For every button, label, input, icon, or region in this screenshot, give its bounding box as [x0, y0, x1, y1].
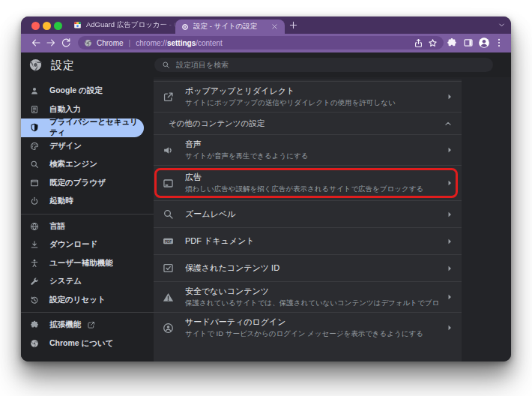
sidebar-item-label: 設定のリセット: [49, 295, 106, 305]
sidebar-item-label: 検索エンジン: [49, 159, 97, 170]
sidebar-item[interactable]: 起動時: [21, 192, 154, 211]
settings-row[interactable]: 安全でないコンテンツ保護されているサイトでは、保護されていないコンテンツはデフォ…: [154, 281, 462, 312]
sidebar-item-label: 自動入力: [49, 104, 81, 115]
minimize-window-button[interactable]: [43, 22, 51, 30]
settings-search-input[interactable]: 設定項目を検索: [154, 58, 493, 72]
reset-icon: [30, 296, 39, 304]
settings-row[interactable]: 保護されたコンテンツ ID: [154, 254, 462, 281]
page-title: 設定: [51, 58, 75, 73]
chevron-right-icon: [445, 237, 454, 246]
magnifier-icon: [163, 208, 174, 220]
profile-button[interactable]: [478, 37, 490, 49]
sidebar-item[interactable]: 自動入力: [21, 100, 154, 119]
puzzle-icon: [30, 320, 39, 329]
sidebar-item[interactable]: プライバシーとセキュリティ: [21, 118, 144, 137]
sidebar-item-label: 拡張機能: [49, 320, 81, 330]
sidebar-item-label: 言語: [49, 221, 65, 232]
row-subtitle: サイトが音声を再生できるようにする: [185, 152, 439, 160]
pdf-icon: PDF: [163, 236, 174, 247]
sidebar-item-label: デザイン: [49, 141, 82, 152]
sidebar-item-label: ダウンロード: [49, 239, 97, 250]
tab-title: 設定 - サイトの設定: [193, 22, 266, 32]
sidebar-item[interactable]: 既定のブラウザ: [21, 174, 154, 193]
chevron-right-icon: [445, 178, 454, 188]
tab-settings[interactable]: 設定 - サイトの設定: [175, 20, 285, 34]
row-title: 広告: [185, 172, 439, 182]
zoom-window-button[interactable]: [54, 22, 62, 30]
section-header-label: その他のコンテンツの設定: [169, 118, 444, 129]
sidebar-item[interactable]: ユーザー補助機能: [21, 254, 154, 273]
autofill-icon: [30, 105, 39, 114]
section-header[interactable]: その他のコンテンツの設定: [154, 112, 462, 134]
sidebar-item-label: 既定のブラウザ: [49, 178, 106, 188]
wrench-icon: [30, 277, 39, 286]
magnifier-icon: [30, 160, 39, 169]
row-text: PDF ドキュメント: [185, 236, 439, 246]
settings-main: ポップアップとリダイレクトサイトにポップアップの送信やリダイレクトの使用を許可し…: [154, 77, 511, 362]
row-text: 保護されたコンテンツ ID: [185, 263, 439, 273]
settings-row[interactable]: ポップアップとリダイレクトサイトにポップアップの送信やリダイレクトの使用を許可し…: [154, 81, 462, 112]
menu-button[interactable]: [494, 38, 504, 48]
row-text: 音声サイトが音声を再生できるようにする: [185, 140, 439, 160]
sidebar-item[interactable]: システム: [21, 272, 154, 291]
settings-header: 設定 設定項目を検索: [21, 52, 511, 77]
sidebar-item[interactable]: Chrome について: [21, 334, 154, 353]
settings-row[interactable]: サードパーティのログインサイトで ID サービスからのログイン メッセージを表示…: [154, 312, 462, 343]
forward-button[interactable]: [46, 38, 56, 48]
address-bar[interactable]: Chrome | chrome://settings/content: [78, 36, 444, 50]
row-text: サードパーティのログインサイトで ID サービスからのログイン メッセージを表示…: [185, 317, 439, 338]
settings-row[interactable]: 広告煩わしい広告や誤解を招く広告が表示されるサイトで広告をブロックする: [154, 165, 462, 200]
settings-row[interactable]: 音声サイトが音声を再生できるようにする: [154, 134, 462, 165]
sidebar-item[interactable]: ダウンロード: [21, 236, 154, 254]
browser-window: AdGuard 広告ブロッカー - Chro 設定 - サイトの設定 Chrom…: [21, 16, 511, 362]
share-button[interactable]: [414, 38, 423, 48]
chevron-right-icon: [445, 210, 454, 219]
settings-row[interactable]: ズームレベル: [154, 200, 462, 227]
bookmark-star-button[interactable]: [428, 38, 438, 48]
browser-icon: [30, 178, 39, 188]
svg-text:PDF: PDF: [165, 240, 172, 244]
side-panel-button[interactable]: [463, 38, 474, 48]
back-button[interactable]: [31, 38, 41, 48]
sidebar-item-label: Google の設定: [49, 86, 103, 96]
close-window-button[interactable]: [31, 22, 40, 30]
row-subtitle: 煩わしい広告や誤解を招く広告が表示されるサイトで広告をブロックする: [185, 184, 439, 194]
chevron-up-icon: [444, 119, 453, 128]
person-icon: [30, 86, 39, 95]
sidebar-item[interactable]: 拡張機能: [21, 316, 154, 334]
person-circle-icon: [163, 322, 174, 334]
search-icon: [162, 61, 170, 69]
ads-icon: [163, 178, 174, 189]
sidebar-item[interactable]: Google の設定: [21, 82, 154, 100]
search-placeholder: 設定項目を検索: [176, 60, 229, 70]
monitor-check-icon: [163, 262, 174, 274]
reload-button[interactable]: [61, 38, 71, 48]
sidebar-item-label: ユーザー補助機能: [49, 258, 113, 268]
chevron-right-icon: [445, 323, 454, 332]
sidebar-item[interactable]: 検索エンジン: [21, 155, 154, 174]
new-tab-button[interactable]: [288, 20, 298, 30]
power-icon: [30, 196, 39, 206]
chevron-right-icon: [445, 146, 454, 154]
sidebar-item[interactable]: デザイン: [21, 137, 154, 156]
download-icon: [30, 240, 39, 249]
row-title: PDF ドキュメント: [185, 236, 439, 246]
sidebar-item[interactable]: 設定のリセット: [21, 291, 154, 310]
row-title: 安全でないコンテンツ: [185, 286, 439, 296]
sidebar-item-label: Chrome について: [49, 338, 114, 349]
warning-icon: [163, 292, 174, 303]
sidebar-divider: [21, 214, 154, 214]
settings-card: ポップアップとリダイレクトサイトにポップアップの送信やリダイレクトの使用を許可し…: [154, 80, 462, 362]
webstore-icon: [73, 21, 82, 29]
row-subtitle: サイトにポップアップの送信やリダイレクトの使用を許可しない: [185, 98, 439, 107]
row-text: 安全でないコンテンツ保護されているサイトでは、保護されていないコンテンツはデフォ…: [185, 286, 439, 308]
chrome-icon: [30, 339, 39, 348]
shield-icon: [30, 123, 39, 132]
chevron-right-icon: [445, 292, 454, 302]
tab-close-button[interactable]: [270, 22, 279, 31]
url-text: chrome://settings/content: [136, 39, 223, 47]
tab-overview-chevron-icon[interactable]: [498, 21, 506, 29]
extensions-button[interactable]: [447, 38, 457, 48]
settings-row[interactable]: PDFPDF ドキュメント: [154, 227, 462, 254]
sidebar-item[interactable]: 言語: [21, 218, 154, 236]
